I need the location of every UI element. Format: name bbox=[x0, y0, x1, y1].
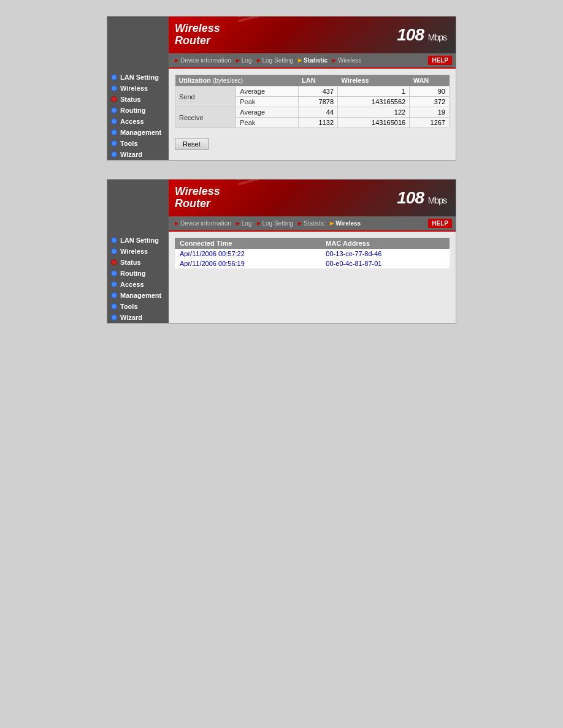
logo-line2: Router bbox=[175, 198, 220, 210]
dot-icon bbox=[111, 129, 117, 135]
logo-line2: Router bbox=[175, 35, 220, 47]
sidebar-item-status-2[interactable]: Status bbox=[107, 257, 169, 268]
logo-2: Wireless Router bbox=[169, 186, 220, 210]
nav-statistic-1[interactable]: ▶ Statistic bbox=[296, 57, 330, 64]
reset-button-1[interactable]: Reset bbox=[175, 138, 209, 150]
sidebar-item-label: Management bbox=[120, 292, 161, 299]
dot-icon bbox=[111, 151, 117, 157]
table-row: Apr/11/2006 00:57:22 00-13-ce-77-8d-46 bbox=[175, 249, 450, 259]
sidebar-item-status-1[interactable]: Status bbox=[107, 94, 169, 105]
sidebar-item-label: Management bbox=[120, 129, 161, 136]
receive-peak-wireless: 143165016 bbox=[338, 118, 410, 128]
sidebar-item-lan-setting-1[interactable]: LAN Setting bbox=[107, 72, 169, 83]
group-send: Send bbox=[175, 86, 236, 107]
group-receive: Receive bbox=[175, 107, 236, 128]
dot-icon bbox=[111, 74, 117, 80]
dot-icon bbox=[111, 85, 117, 91]
send-avg-lan: 437 bbox=[298, 86, 338, 97]
nav-arrow-icon: ▶ bbox=[236, 58, 240, 63]
mac-address-2: 00-e0-4c-81-87-01 bbox=[321, 259, 450, 268]
sidebar-item-wireless-2[interactable]: Wireless bbox=[107, 246, 169, 257]
sidebar-item-tools-2[interactable]: Tools bbox=[107, 301, 169, 312]
send-avg-label: Average bbox=[236, 86, 298, 97]
sidebar-2-items: LAN Setting Wireless Status Routing Acce… bbox=[107, 235, 169, 323]
main-content-1: Wireless Router 108 Mbps ▶ Device inform… bbox=[169, 17, 456, 160]
speed-value: 108 bbox=[397, 25, 424, 44]
sidebar-item-label: Access bbox=[120, 118, 144, 125]
nav-device-info-2[interactable]: ▶ Device information bbox=[172, 220, 234, 227]
sidebar-1: LAN Setting Wireless Status Routing Acce… bbox=[107, 17, 169, 160]
sidebar-item-label: Wizard bbox=[120, 314, 142, 321]
content-area-1: Utilization (bytes/sec) LAN Wireless WAN… bbox=[169, 69, 456, 160]
dot-icon bbox=[111, 292, 117, 298]
nav-log-setting-2[interactable]: ▶ Log Setting bbox=[255, 220, 296, 227]
sidebar-item-lan-setting-2[interactable]: LAN Setting bbox=[107, 235, 169, 246]
nav-arrow-icon: ▶ bbox=[236, 221, 240, 226]
sidebar-1-items: LAN Setting Wireless Status Routing Acce… bbox=[107, 72, 169, 160]
header-banner-2: Wireless Router 108 Mbps bbox=[169, 180, 456, 216]
nav-bar-1: ▶ Device information ▶ Log ▶ Log Setting… bbox=[169, 53, 456, 69]
nav-log-setting-1[interactable]: ▶ Log Setting bbox=[255, 57, 296, 64]
nav-arrow-icon: ▶ bbox=[298, 58, 302, 63]
nav-help-2[interactable]: HELP bbox=[428, 219, 452, 228]
sidebar-item-label: Routing bbox=[120, 107, 146, 114]
sidebar-item-label: Routing bbox=[120, 270, 146, 277]
nav-arrow-icon: ▶ bbox=[175, 58, 178, 63]
col-wireless-header: Wireless bbox=[338, 75, 410, 86]
nav-device-info-1[interactable]: ▶ Device information bbox=[172, 57, 234, 64]
nav-arrow-icon: ▶ bbox=[332, 58, 336, 63]
sidebar-item-wizard-2[interactable]: Wizard bbox=[107, 312, 169, 323]
col-mac-address-header: MAC Address bbox=[321, 238, 450, 249]
sidebar-item-access-2[interactable]: Access bbox=[107, 279, 169, 290]
dot-icon bbox=[111, 281, 117, 287]
nav-log-2[interactable]: ▶ Log bbox=[234, 220, 255, 227]
send-peak-wan: 372 bbox=[410, 97, 450, 107]
nav-arrow-icon: ▶ bbox=[298, 221, 302, 226]
col-connected-time-header: Connected Time bbox=[175, 238, 321, 249]
sidebar-item-access-1[interactable]: Access bbox=[107, 116, 169, 127]
nav-wireless-1[interactable]: ▶ Wireless bbox=[330, 57, 364, 64]
nav-bar-2: ▶ Device information ▶ Log ▶ Log Setting… bbox=[169, 216, 456, 232]
sidebar-item-label: Access bbox=[120, 281, 144, 288]
sidebar-item-management-2[interactable]: Management bbox=[107, 290, 169, 301]
nav-wireless-2[interactable]: ▶ Wireless bbox=[327, 220, 363, 227]
logo-line1: Wireless bbox=[175, 23, 220, 35]
header-speed-2: 108 Mbps bbox=[397, 188, 446, 208]
sidebar-item-label: Tools bbox=[120, 303, 138, 310]
sidebar-item-label: Wireless bbox=[120, 85, 148, 92]
sidebar-item-management-1[interactable]: Management bbox=[107, 127, 169, 138]
table-row: Receive Average 44 122 19 bbox=[175, 107, 450, 118]
dot-icon bbox=[111, 259, 117, 265]
sidebar-item-label: LAN Setting bbox=[120, 237, 159, 244]
connected-time-1: Apr/11/2006 00:57:22 bbox=[175, 249, 321, 259]
main-content-2: Wireless Router 108 Mbps ▶ Device inform… bbox=[169, 180, 456, 323]
sidebar-item-label: LAN Setting bbox=[120, 74, 159, 81]
sidebar-item-wireless-1[interactable]: Wireless bbox=[107, 83, 169, 94]
header-speed-1: 108 Mbps bbox=[397, 25, 446, 45]
speed-unit: Mbps bbox=[428, 195, 446, 205]
connected-time-2: Apr/11/2006 00:56:19 bbox=[175, 259, 321, 268]
receive-avg-label: Average bbox=[236, 107, 298, 118]
logo-1: Wireless Router bbox=[169, 23, 220, 47]
send-avg-wireless: 1 bbox=[338, 86, 410, 97]
sidebar-item-label: Wireless bbox=[120, 248, 148, 255]
nav-arrow-icon: ▶ bbox=[257, 58, 261, 63]
sidebar-item-routing-1[interactable]: Routing bbox=[107, 105, 169, 116]
dot-icon bbox=[111, 270, 117, 276]
connected-table: Connected Time MAC Address Apr/11/2006 0… bbox=[175, 238, 450, 268]
col-lan-header: LAN bbox=[298, 75, 338, 86]
dot-icon bbox=[111, 248, 117, 254]
utilization-table: Utilization (bytes/sec) LAN Wireless WAN… bbox=[175, 75, 450, 128]
dot-icon bbox=[111, 96, 117, 102]
sidebar-item-label: Wizard bbox=[120, 151, 142, 158]
sidebar-item-wizard-1[interactable]: Wizard bbox=[107, 149, 169, 160]
sidebar-item-routing-2[interactable]: Routing bbox=[107, 268, 169, 279]
nav-help-1[interactable]: HELP bbox=[428, 56, 452, 65]
nav-statistic-2[interactable]: ▶ Statistic bbox=[296, 220, 327, 227]
nav-arrow-icon: ▶ bbox=[330, 221, 334, 226]
sidebar-item-tools-1[interactable]: Tools bbox=[107, 138, 169, 149]
logo-line1: Wireless bbox=[175, 186, 220, 198]
receive-peak-wan: 1267 bbox=[410, 118, 450, 128]
nav-log-1[interactable]: ▶ Log bbox=[234, 57, 255, 64]
send-avg-wan: 90 bbox=[410, 86, 450, 97]
